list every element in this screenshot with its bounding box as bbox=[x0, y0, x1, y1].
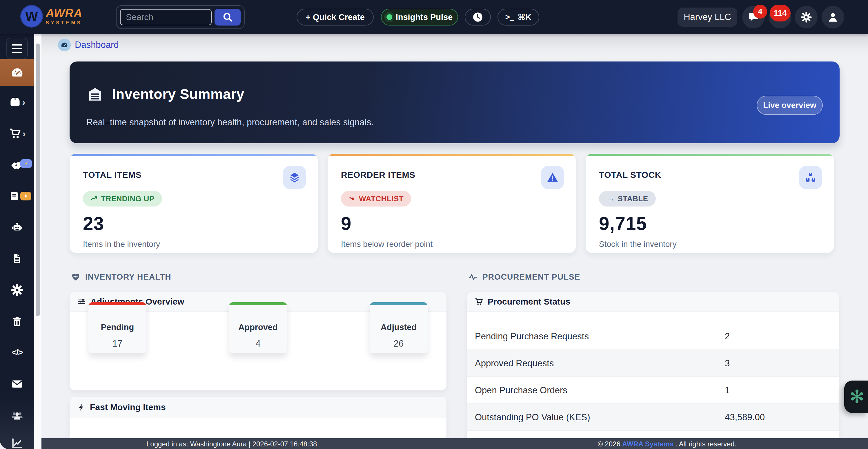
badge-label: STABLE bbox=[618, 194, 648, 203]
pulse-dot-icon bbox=[386, 14, 392, 20]
package-icon bbox=[9, 95, 22, 108]
stat-title: TOTAL ITEMS bbox=[83, 170, 142, 180]
breadcrumb[interactable]: Dashboard bbox=[58, 38, 119, 51]
watchlist-badge: WATCHLIST bbox=[341, 191, 411, 207]
mini-accent-strip bbox=[370, 302, 428, 305]
copyright-suffix: . All rights reserved. bbox=[676, 440, 737, 448]
table-row: Approved Requests 3 bbox=[467, 350, 839, 377]
chart-line-icon bbox=[10, 437, 24, 449]
notifications-button[interactable]: 114 bbox=[769, 6, 792, 28]
mini-value: 17 bbox=[88, 338, 146, 349]
panel-header: Procurement Status bbox=[467, 292, 839, 312]
sidebar-item-automation[interactable] bbox=[0, 214, 34, 241]
table-row: Outstanding PO Value (KES) 43,589.00 bbox=[467, 404, 839, 431]
settings-gear-icon bbox=[10, 283, 24, 297]
brand-link[interactable]: AWRA Systems bbox=[622, 440, 674, 448]
sidebar-item-dashboard[interactable] bbox=[0, 59, 34, 86]
card-accent-strip bbox=[328, 154, 576, 156]
pending-adjustments-card: Pending 17 bbox=[88, 302, 146, 353]
stat-value: 9,715 bbox=[599, 213, 647, 234]
sidebar-item-mail[interactable] bbox=[0, 371, 34, 397]
panel-title: Fast Moving Items bbox=[90, 402, 166, 412]
badge-label: TRENDING UP bbox=[101, 194, 155, 203]
sidebar-toggle-button[interactable] bbox=[6, 38, 28, 59]
terminal-prompt-icon: >_ bbox=[505, 13, 514, 22]
mini-value: 4 bbox=[229, 338, 287, 349]
row-label: Outstanding PO Value (KES) bbox=[475, 412, 590, 423]
total-stock-card: TOTAL STOCK → STABLE 9,715 Stock in the … bbox=[586, 154, 834, 253]
lightning-bolt-icon bbox=[77, 403, 86, 412]
card-accent-strip bbox=[586, 154, 834, 156]
adjusted-adjustments-card: Adjusted 26 bbox=[370, 302, 428, 353]
stat-caption: Stock in the inventory bbox=[599, 240, 677, 249]
chat-button[interactable]: 4 bbox=[742, 6, 765, 28]
stat-value: 9 bbox=[341, 213, 352, 234]
sidebar-item-partners[interactable]: ⚡ bbox=[0, 152, 34, 178]
row-value: 2 bbox=[725, 331, 730, 342]
sidebar-item-inventory[interactable]: › bbox=[0, 88, 34, 115]
bolt-badge-icon: ⚡ bbox=[20, 159, 32, 168]
search-input[interactable] bbox=[120, 9, 212, 25]
section-title: PROCUREMENT PULSE bbox=[483, 272, 580, 282]
stat-caption: Items in the inventory bbox=[83, 240, 160, 249]
sidebar-item-documents[interactable] bbox=[0, 245, 34, 272]
ai-assistant-button[interactable]: ✻ bbox=[844, 381, 868, 413]
chevron-right-icon: › bbox=[22, 128, 26, 139]
live-overview-button[interactable]: Live overview bbox=[757, 96, 823, 115]
row-value: 1 bbox=[725, 385, 730, 396]
panel-title: Procurement Status bbox=[488, 297, 570, 307]
sidebar-item-trash[interactable] bbox=[0, 308, 34, 335]
scrollbar-thumb[interactable] bbox=[36, 43, 40, 316]
trend-up-icon bbox=[90, 195, 98, 203]
copyright-prefix: © 2026 bbox=[598, 440, 620, 448]
logo-text: AWRA SYSTEMS bbox=[46, 7, 82, 25]
mini-accent-strip bbox=[229, 302, 287, 305]
document-icon bbox=[11, 252, 23, 265]
breadcrumb-label: Dashboard bbox=[75, 40, 119, 50]
brand-logo: W AWRA SYSTEMS bbox=[20, 5, 82, 28]
sidebar-item-users[interactable] bbox=[0, 402, 34, 429]
company-selector[interactable]: Harvey LLC bbox=[678, 7, 737, 27]
robot-icon bbox=[10, 221, 24, 234]
chat-count-badge: 4 bbox=[753, 5, 767, 19]
stat-value: 23 bbox=[83, 213, 104, 234]
sidebar-item-analytics[interactable] bbox=[0, 430, 34, 449]
spark-badge-icon: ✦ bbox=[20, 192, 31, 201]
chevron-right-icon: › bbox=[22, 96, 25, 108]
panel-header: Fast Moving Items bbox=[69, 397, 446, 418]
inventory-summary-hero: Inventory Summary Real–time snapshot of … bbox=[69, 61, 840, 143]
search-button[interactable] bbox=[215, 9, 241, 26]
trend-down-icon bbox=[348, 195, 356, 203]
command-palette-button[interactable]: >_ ⌘K bbox=[497, 9, 539, 26]
logo-monogram-icon: W bbox=[20, 5, 43, 28]
adjustments-overview-panel: Adjustments Overview Pending 17 Approved… bbox=[69, 292, 446, 390]
row-value: 43,589.00 bbox=[725, 412, 765, 423]
sidebar-item-ledger[interactable]: ✦ bbox=[0, 183, 34, 210]
ledger-book-icon bbox=[8, 190, 21, 203]
sidebar-item-sales[interactable]: › bbox=[0, 120, 34, 147]
dashboard-gauge-icon bbox=[58, 38, 71, 51]
clock-button[interactable] bbox=[465, 9, 491, 26]
notification-count-badge: 114 bbox=[770, 5, 790, 22]
total-items-card: TOTAL ITEMS TRENDING UP 23 Items in the … bbox=[69, 154, 318, 253]
table-row: Pending Purchase Requests 2 bbox=[467, 323, 839, 350]
stable-badge: → STABLE bbox=[599, 191, 656, 207]
profile-button[interactable] bbox=[822, 6, 844, 28]
sidebar-item-settings[interactable] bbox=[0, 277, 34, 303]
copyright: © 2026AWRA Systems. All rights reserved. bbox=[598, 440, 736, 448]
session-info: Logged in as: Washingtone Aura | 2026-02… bbox=[146, 440, 317, 448]
mail-icon bbox=[10, 377, 24, 391]
sliders-icon bbox=[77, 297, 86, 306]
settings-button[interactable] bbox=[795, 6, 817, 28]
cart-check-icon bbox=[474, 297, 484, 306]
search-icon bbox=[222, 11, 233, 23]
quick-create-button[interactable]: + Quick Create bbox=[297, 9, 374, 26]
insights-pulse-button[interactable]: Insights Pulse bbox=[381, 9, 458, 26]
app: W AWRA SYSTEMS + Quick Create Insights P… bbox=[0, 0, 868, 449]
boxes-icon bbox=[799, 166, 822, 189]
procurement-pulse-section-label: PROCUREMENT PULSE bbox=[468, 272, 580, 282]
fast-moving-items-panel: Fast Moving Items bbox=[69, 397, 446, 438]
dashboard-gauge-icon bbox=[10, 66, 24, 79]
layers-icon bbox=[283, 166, 306, 189]
sidebar-item-developer[interactable]: </> bbox=[0, 339, 34, 366]
